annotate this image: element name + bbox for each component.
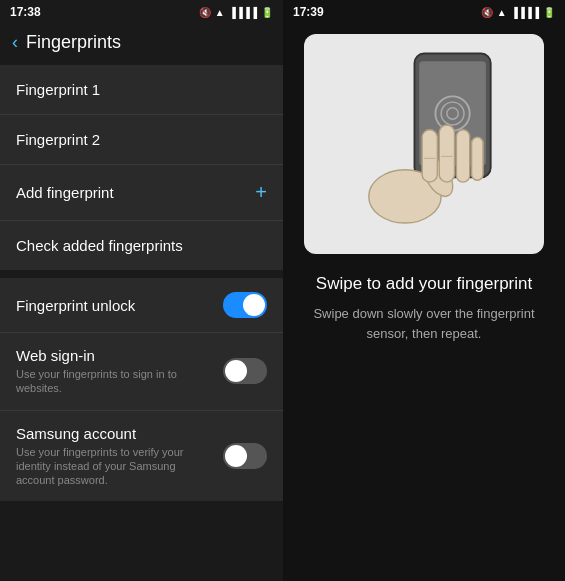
fingerprint-2-item[interactable]: Fingerprint 2 xyxy=(0,115,283,165)
check-fingerprints-item[interactable]: Check added fingerprints xyxy=(0,221,283,270)
right-content: Swipe to add your fingerprint Swipe down… xyxy=(283,254,565,363)
svg-rect-9 xyxy=(456,130,469,182)
fingerprint-unlock-toggle[interactable] xyxy=(223,292,267,318)
svg-rect-7 xyxy=(422,130,437,182)
back-button[interactable]: ‹ xyxy=(12,32,18,53)
left-status-icons: 🔇 ▲ ▐▐▐▐ 🔋 xyxy=(199,7,273,18)
samsung-account-label: Samsung account xyxy=(16,425,213,442)
fingerprint-unlock-item[interactable]: Fingerprint unlock xyxy=(0,278,283,333)
fingerprint-1-label: Fingerprint 1 xyxy=(16,81,100,98)
left-panel: 17:38 🔇 ▲ ▐▐▐▐ 🔋 ‹ Fingerprints Fingerpr… xyxy=(0,0,283,581)
settings-list: Fingerprint unlock Web sign-in Use your … xyxy=(0,278,283,501)
right-time: 17:39 xyxy=(293,5,324,19)
toggle-knob-unlock xyxy=(243,294,265,316)
right-battery-icon: 🔋 xyxy=(543,7,555,18)
fingerprint-sensor-svg xyxy=(334,44,514,244)
fingerprint-1-item[interactable]: Fingerprint 1 xyxy=(0,65,283,115)
check-fingerprints-label: Check added fingerprints xyxy=(16,237,183,254)
fingerprint-unlock-label: Fingerprint unlock xyxy=(16,297,213,314)
right-mute-icon: 🔇 xyxy=(481,7,493,18)
left-time: 17:38 xyxy=(10,5,41,19)
web-signin-desc: Use your fingerprints to sign in to webs… xyxy=(16,367,213,396)
web-signin-toggle[interactable] xyxy=(223,358,267,384)
svg-rect-8 xyxy=(439,125,454,182)
toggle-knob-websign xyxy=(225,360,247,382)
header-bar: ‹ Fingerprints xyxy=(0,24,283,61)
mute-icon: 🔇 xyxy=(199,7,211,18)
right-signal-icon: ▐▐▐▐ xyxy=(511,7,539,18)
add-fingerprint-label: Add fingerprint xyxy=(16,184,114,201)
plus-icon: + xyxy=(255,181,267,204)
fingerprint-2-label: Fingerprint 2 xyxy=(16,131,100,148)
battery-icon: 🔋 xyxy=(261,7,273,18)
svg-rect-10 xyxy=(472,137,483,180)
toggle-knob-samsung xyxy=(225,445,247,467)
right-panel: 17:39 🔇 ▲ ▐▐▐▐ 🔋 xyxy=(283,0,565,581)
samsung-account-info: Samsung account Use your fingerprints to… xyxy=(16,425,223,488)
web-signin-item[interactable]: Web sign-in Use your fingerprints to sig… xyxy=(0,333,283,411)
samsung-account-item[interactable]: Samsung account Use your fingerprints to… xyxy=(0,411,283,502)
divider xyxy=(0,270,283,278)
fingerprint-unlock-info: Fingerprint unlock xyxy=(16,297,223,314)
web-signin-info: Web sign-in Use your fingerprints to sig… xyxy=(16,347,223,396)
right-status-bar: 17:39 🔇 ▲ ▐▐▐▐ 🔋 xyxy=(283,0,565,24)
swipe-title: Swipe to add your fingerprint xyxy=(316,274,532,294)
page-title: Fingerprints xyxy=(26,32,121,53)
add-fingerprint-item[interactable]: Add fingerprint + xyxy=(0,165,283,221)
swipe-desc: Swipe down slowly over the fingerprint s… xyxy=(299,304,549,343)
fingerprint-illustration xyxy=(304,34,544,254)
fingerprints-menu: Fingerprint 1 Fingerprint 2 Add fingerpr… xyxy=(0,65,283,270)
web-signin-label: Web sign-in xyxy=(16,347,213,364)
wifi-icon: ▲ xyxy=(215,7,225,18)
right-wifi-icon: ▲ xyxy=(497,7,507,18)
signal-icon: ▐▐▐▐ xyxy=(229,7,257,18)
left-status-bar: 17:38 🔇 ▲ ▐▐▐▐ 🔋 xyxy=(0,0,283,24)
samsung-account-toggle[interactable] xyxy=(223,443,267,469)
right-status-icons: 🔇 ▲ ▐▐▐▐ 🔋 xyxy=(481,7,555,18)
samsung-account-desc: Use your fingerprints to verify your ide… xyxy=(16,445,213,488)
